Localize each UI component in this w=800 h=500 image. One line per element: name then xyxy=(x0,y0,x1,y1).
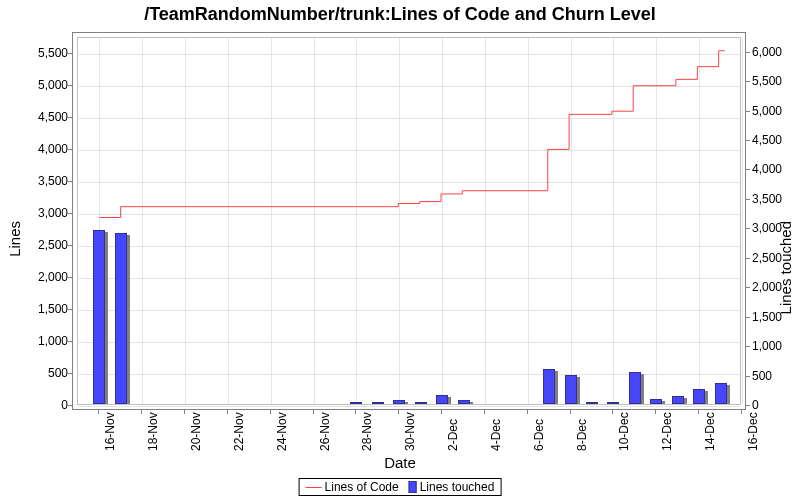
y-tick-left-label: 1,500 xyxy=(24,302,68,316)
y-tick-left-label: 4,000 xyxy=(24,142,68,156)
y-axis-left-label: Lines xyxy=(6,221,23,257)
tick-mark xyxy=(745,81,750,82)
y-tick-right-label: 6,000 xyxy=(752,45,796,59)
y-tick-right-label: 4,000 xyxy=(752,162,796,176)
tick-mark xyxy=(141,409,142,414)
tick-mark xyxy=(68,117,73,118)
tick-mark xyxy=(612,409,613,414)
tick-mark xyxy=(745,287,750,288)
x-tick-label: 4-Dec xyxy=(489,419,503,451)
tick-mark xyxy=(698,409,699,414)
y-tick-right-label: 3,000 xyxy=(752,221,796,235)
plot-area xyxy=(72,32,746,410)
y-tick-left-label: 2,500 xyxy=(24,238,68,252)
x-tick-label: 20-Nov xyxy=(189,412,203,451)
gridline-v xyxy=(742,38,743,404)
tick-mark xyxy=(745,228,750,229)
tick-mark xyxy=(68,53,73,54)
chart-title: /TeamRandomNumber/trunk:Lines of Code an… xyxy=(0,4,800,25)
lines-of-code-path xyxy=(78,38,740,404)
y-tick-left-label: 5,500 xyxy=(24,46,68,60)
tick-mark xyxy=(68,373,73,374)
tick-mark xyxy=(68,277,73,278)
legend: Lines of Code Lines touched xyxy=(299,478,502,496)
tick-mark xyxy=(745,169,750,170)
x-tick-label: 22-Nov xyxy=(232,412,246,451)
y-tick-right-label: 3,500 xyxy=(752,192,796,206)
y-tick-left-label: 5,000 xyxy=(24,78,68,92)
tick-mark xyxy=(68,405,73,406)
x-axis-label: Date xyxy=(0,454,800,471)
x-tick-label: 10-Dec xyxy=(617,412,631,451)
y-tick-left-label: 1,000 xyxy=(24,334,68,348)
tick-mark xyxy=(570,409,571,414)
x-tick-label: 28-Nov xyxy=(360,412,374,451)
x-tick-label: 2-Dec xyxy=(446,419,460,451)
x-tick-label: 30-Nov xyxy=(403,412,417,451)
y-tick-left-label: 2,000 xyxy=(24,270,68,284)
x-tick-label: 16-Nov xyxy=(103,412,117,451)
tick-mark xyxy=(745,199,750,200)
tick-mark xyxy=(745,140,750,141)
tick-mark xyxy=(68,341,73,342)
tick-mark xyxy=(745,52,750,53)
tick-mark xyxy=(68,213,73,214)
y-tick-left-label: 0 xyxy=(24,398,68,412)
legend-label: Lines of Code xyxy=(325,480,399,494)
tick-mark xyxy=(227,409,228,414)
tick-mark xyxy=(741,409,742,414)
tick-mark xyxy=(68,309,73,310)
y-tick-left-label: 3,500 xyxy=(24,174,68,188)
tick-mark xyxy=(745,346,750,347)
tick-mark xyxy=(745,111,750,112)
y-tick-right-label: 1,000 xyxy=(752,339,796,353)
plot-inner xyxy=(77,37,741,405)
y-tick-right-label: 0 xyxy=(752,398,796,412)
y-tick-right-label: 2,000 xyxy=(752,280,796,294)
tick-mark xyxy=(68,245,73,246)
gridline-h xyxy=(78,406,740,407)
tick-mark xyxy=(270,409,271,414)
y-tick-right-label: 1,500 xyxy=(752,310,796,324)
x-tick-label: 6-Dec xyxy=(532,419,546,451)
tick-mark xyxy=(355,409,356,414)
x-tick-label: 18-Nov xyxy=(146,412,160,451)
x-tick-label: 14-Dec xyxy=(703,412,717,451)
x-tick-label: 8-Dec xyxy=(575,419,589,451)
tick-mark xyxy=(441,409,442,414)
tick-mark xyxy=(745,258,750,259)
bar-swatch-icon xyxy=(409,481,417,493)
legend-label: Lines touched xyxy=(420,480,495,494)
y-tick-left-label: 3,000 xyxy=(24,206,68,220)
tick-mark xyxy=(745,317,750,318)
tick-mark xyxy=(68,181,73,182)
tick-mark xyxy=(184,409,185,414)
y-tick-right-label: 5,000 xyxy=(752,104,796,118)
tick-mark xyxy=(655,409,656,414)
tick-mark xyxy=(68,149,73,150)
tick-mark xyxy=(745,405,750,406)
y-tick-left-label: 4,500 xyxy=(24,110,68,124)
tick-mark xyxy=(484,409,485,414)
y-tick-right-label: 4,500 xyxy=(752,133,796,147)
line-swatch-icon xyxy=(306,487,322,488)
x-tick-label: 12-Dec xyxy=(660,412,674,451)
x-tick-label: 24-Nov xyxy=(275,412,289,451)
tick-mark xyxy=(313,409,314,414)
tick-mark xyxy=(68,85,73,86)
y-tick-left-label: 500 xyxy=(24,366,68,380)
tick-mark xyxy=(398,409,399,414)
x-tick-label: 16-Dec xyxy=(746,412,760,451)
tick-mark xyxy=(527,409,528,414)
x-tick-label: 26-Nov xyxy=(318,412,332,451)
tick-mark xyxy=(745,376,750,377)
y-tick-right-label: 2,500 xyxy=(752,251,796,265)
chart-container: /TeamRandomNumber/trunk:Lines of Code an… xyxy=(0,0,800,500)
y-tick-right-label: 500 xyxy=(752,369,796,383)
legend-item-lines-touched: Lines touched xyxy=(409,480,495,494)
y-tick-right-label: 5,500 xyxy=(752,74,796,88)
legend-item-lines-of-code: Lines of Code xyxy=(306,480,399,494)
tick-mark xyxy=(98,409,99,414)
